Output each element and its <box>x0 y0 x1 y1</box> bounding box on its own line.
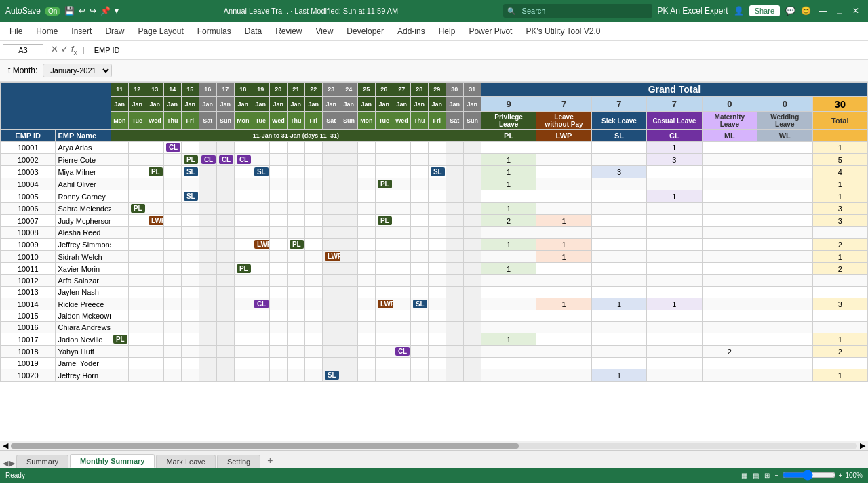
day-cell[interactable] <box>111 287 128 298</box>
day-cell[interactable] <box>269 287 287 298</box>
day-cell[interactable] <box>463 203 481 215</box>
day-cell[interactable] <box>146 369 163 382</box>
day-cell[interactable]: CL <box>252 298 269 310</box>
day-cell[interactable] <box>111 178 128 190</box>
day-cell[interactable] <box>410 142 428 154</box>
day-cell[interactable] <box>216 346 234 358</box>
day-cell[interactable]: PL <box>375 178 393 190</box>
day-cell[interactable] <box>375 333 393 346</box>
day-cell[interactable] <box>287 287 304 298</box>
day-cell[interactable] <box>375 251 393 263</box>
day-cell[interactable] <box>234 369 252 382</box>
day-cell[interactable]: LWP <box>146 215 163 227</box>
day-cell[interactable] <box>340 190 357 203</box>
day-cell[interactable] <box>446 346 463 358</box>
day-cell[interactable] <box>463 298 481 310</box>
day-cell[interactable] <box>375 322 393 333</box>
day-cell[interactable] <box>393 251 410 263</box>
menu-view[interactable]: View <box>309 24 340 39</box>
day-cell[interactable] <box>128 322 146 333</box>
day-cell[interactable] <box>393 310 410 322</box>
day-cell[interactable] <box>199 227 216 239</box>
maximize-button[interactable]: □ <box>833 4 846 18</box>
day-cell[interactable] <box>252 322 269 333</box>
day-cell[interactable] <box>410 203 428 215</box>
day-cell[interactable] <box>428 215 446 227</box>
day-cell[interactable] <box>252 263 269 275</box>
day-cell[interactable] <box>410 322 428 333</box>
day-cell[interactable] <box>146 333 163 346</box>
day-cell[interactable] <box>463 358 481 369</box>
day-cell[interactable] <box>234 322 252 333</box>
day-cell[interactable] <box>146 154 163 166</box>
day-cell[interactable] <box>269 251 287 263</box>
day-cell[interactable] <box>304 322 322 333</box>
day-cell[interactable] <box>199 369 216 382</box>
day-cell[interactable] <box>322 346 340 358</box>
day-cell[interactable] <box>234 142 252 154</box>
menu-powerpivot[interactable]: Power Pivot <box>462 24 519 39</box>
day-cell[interactable] <box>393 142 410 154</box>
scroll-tab-left[interactable]: ◀ <box>3 459 8 468</box>
day-cell[interactable] <box>322 298 340 310</box>
day-cell[interactable] <box>340 142 357 154</box>
search-input[interactable] <box>503 4 652 18</box>
day-cell[interactable] <box>287 154 304 166</box>
day-cell[interactable] <box>463 369 481 382</box>
day-cell[interactable] <box>128 310 146 322</box>
day-cell[interactable] <box>287 203 304 215</box>
day-cell[interactable] <box>287 322 304 333</box>
day-cell[interactable] <box>446 215 463 227</box>
day-cell[interactable] <box>163 166 181 178</box>
day-cell[interactable] <box>252 369 269 382</box>
month-select[interactable]: January-2021 <box>43 64 112 77</box>
day-cell[interactable] <box>163 333 181 346</box>
day-cell[interactable] <box>146 310 163 322</box>
day-cell[interactable] <box>446 358 463 369</box>
day-cell[interactable] <box>181 346 199 358</box>
day-cell[interactable] <box>375 358 393 369</box>
day-cell[interactable] <box>181 275 199 287</box>
day-cell[interactable] <box>393 203 410 215</box>
day-cell[interactable] <box>252 142 269 154</box>
day-cell[interactable] <box>181 310 199 322</box>
day-cell[interactable] <box>287 178 304 190</box>
day-cell[interactable] <box>446 166 463 178</box>
day-cell[interactable] <box>111 215 128 227</box>
day-cell[interactable] <box>304 142 322 154</box>
day-cell[interactable] <box>428 263 446 275</box>
day-cell[interactable] <box>304 358 322 369</box>
day-cell[interactable] <box>146 203 163 215</box>
day-cell[interactable] <box>410 215 428 227</box>
day-cell[interactable] <box>269 275 287 287</box>
day-cell[interactable] <box>146 142 163 154</box>
day-cell[interactable]: CL <box>199 154 216 166</box>
day-cell[interactable] <box>269 333 287 346</box>
cell-reference[interactable] <box>3 44 43 56</box>
day-cell[interactable] <box>428 358 446 369</box>
day-cell[interactable] <box>252 227 269 239</box>
day-cell[interactable] <box>446 154 463 166</box>
day-cell[interactable] <box>111 190 128 203</box>
pin-icon[interactable]: 📌 <box>100 6 111 16</box>
day-cell[interactable] <box>181 178 199 190</box>
day-cell[interactable] <box>128 166 146 178</box>
day-cell[interactable] <box>410 251 428 263</box>
day-cell[interactable] <box>163 190 181 203</box>
day-cell[interactable] <box>128 215 146 227</box>
day-cell[interactable] <box>340 287 357 298</box>
emoji-icon[interactable]: 😊 <box>801 6 811 16</box>
day-cell[interactable] <box>322 333 340 346</box>
page-break-icon[interactable]: ⊞ <box>764 472 770 479</box>
day-cell[interactable] <box>216 190 234 203</box>
day-cell[interactable] <box>393 333 410 346</box>
day-cell[interactable] <box>199 215 216 227</box>
day-cell[interactable] <box>463 190 481 203</box>
day-cell[interactable] <box>322 310 340 322</box>
minimize-button[interactable]: — <box>816 4 830 18</box>
day-cell[interactable] <box>428 178 446 190</box>
day-cell[interactable] <box>128 263 146 275</box>
day-cell[interactable] <box>252 178 269 190</box>
autosave-toggle[interactable]: On <box>45 7 60 16</box>
day-cell[interactable] <box>163 215 181 227</box>
